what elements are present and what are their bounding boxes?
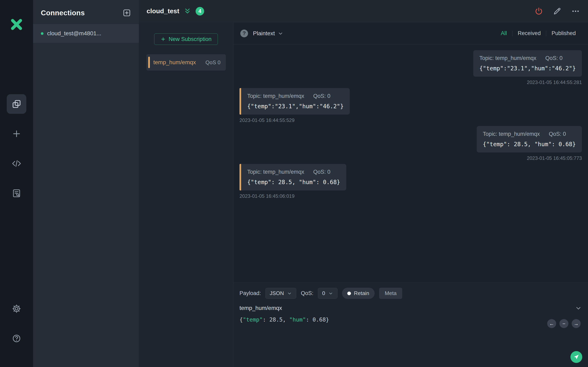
power-icon [535,7,543,16]
meta-button[interactable]: Meta [379,288,402,299]
subscription-count-badge: 4 [196,7,204,16]
message-list[interactable]: Topic: temp_hum/emqx QoS: 0 {"temp":"23.… [233,44,588,283]
connection-topbar: cloud_test 4 [139,0,588,22]
filter-all[interactable]: All [495,30,512,36]
connection-status-dot [41,32,43,35]
connections-panel-title: Connections [41,9,85,17]
message-filters: All Received Published [495,30,581,36]
message-timestamp: 2023-01-05 16:45:05:773 [527,155,582,161]
editor-token: : 28.5, [263,317,289,323]
message-payload: {"temp":"23.1","hum":"46.2"} [247,103,344,110]
qos-select[interactable]: 0 [318,288,337,299]
message-bubble: Topic: temp_hum/emqx QoS: 0 {"temp": 28.… [240,164,346,191]
editor-token: "hum" [289,317,306,323]
editor-token: { [240,317,243,323]
message-qos: QoS: 0 [313,93,330,99]
collapse-editor-button[interactable] [575,305,582,312]
subscription-topic: temp_hum/emqx [153,59,196,66]
new-subscription-label: New Subscription [169,36,212,42]
payload-count-button[interactable]: − [559,319,568,328]
chevron-down-icon [287,291,292,296]
log-icon [12,189,21,198]
payload-help-icon[interactable]: ? [240,30,248,37]
double-chevron-down-icon [184,8,191,15]
message-received: Topic: temp_hum/emqx QoS: 0 {"temp": 28.… [240,164,582,199]
message-bubble: Topic: temp_hum/emqx QoS: 0 {"temp":"23.… [473,50,582,77]
message-qos: QoS: 0 [313,169,330,175]
connection-list-item[interactable]: cloud_test@m4801... [33,24,139,43]
message-payload: {"temp": 28.5, "hum": 0.68} [483,141,576,148]
subscription-color-bar [148,57,150,68]
chevron-down-icon [278,31,283,36]
message-toolbar: ? Plaintext All Received Published [233,22,588,44]
message-published: Topic: temp_hum/emqx QoS: 0 {"temp": 28.… [240,126,582,161]
message-area: ? Plaintext All Received Published [233,22,588,367]
message-qos: QoS: 0 [545,55,562,61]
message-payload: {"temp":"23.1","hum":"46.2"} [479,65,576,72]
new-subscription-button[interactable]: New Subscription [154,33,218,45]
editor-token: "temp" [243,317,263,323]
message-topic: Topic: temp_hum/emqx [479,55,536,61]
chevron-down-icon [328,291,333,296]
payload-format-select[interactable]: JSON [265,288,296,299]
message-timestamp: 2023-01-05 16:44:55:529 [240,117,295,123]
message-bubble: Topic: temp_hum/emqx QoS: 0 {"temp":"23.… [240,88,350,115]
nav-rail [0,0,33,367]
message-qos: QoS: 0 [549,131,566,137]
gear-icon [12,304,21,313]
qos-value: 0 [322,290,325,296]
new-connection-button[interactable] [122,8,131,17]
message-received: Topic: temp_hum/emqx QoS: 0 {"temp":"23.… [240,88,582,123]
subscriptions-panel: New Subscription temp_hum/emqx QoS 0 [139,22,233,367]
connections-panel: Connections cloud_test@m4801... [33,0,139,367]
qos-label: QoS: [301,290,313,296]
message-format-select[interactable]: Plaintext [253,30,283,37]
code-icon [12,159,21,168]
plus-box-icon [122,8,131,17]
subscription-qos: QoS 0 [205,59,221,66]
plus-icon [160,36,166,42]
message-topic: Topic: temp_hum/emqx [483,131,540,137]
send-icon [573,354,579,360]
retain-toggle[interactable]: Retain [342,288,374,299]
prev-payload-button[interactable]: ← [547,319,556,328]
editor-token: : 0.68} [306,317,329,323]
message-published: Topic: temp_hum/emqx QoS: 0 {"temp":"23.… [240,50,582,85]
publish-payload-editor[interactable]: {"temp": 28.5, "hum": 0.68} [233,314,588,325]
sidebar-item-log[interactable] [7,184,26,203]
subscription-item[interactable]: temp_hum/emqx QoS 0 [146,54,226,71]
disconnect-button[interactable] [535,7,543,16]
message-payload: {"temp": 28.5, "hum": 0.68} [247,179,340,185]
sidebar-item-help[interactable] [7,329,26,348]
more-options-button[interactable] [571,7,580,16]
collapse-panel-button[interactable] [184,8,191,15]
filter-published[interactable]: Published [546,30,581,36]
payload-format-value: JSON [270,290,284,296]
filter-received[interactable]: Received [512,30,546,36]
plus-icon [12,129,21,138]
payload-label: Payload: [240,290,261,296]
publish-topic-input[interactable]: temp_hum/emqx [240,305,575,311]
message-topic: Topic: temp_hum/emqx [247,169,304,175]
edit-connection-button[interactable] [553,7,562,16]
mqttx-logo-icon [8,16,25,33]
connections-icon [12,99,21,109]
next-payload-button[interactable]: → [572,319,581,328]
help-icon [12,334,21,343]
message-timestamp: 2023-01-05 16:45:06:019 [240,193,295,199]
publish-panel: Payload: JSON QoS: 0 Retain Meta [233,283,588,367]
connection-name: cloud_test@m4801... [47,30,101,37]
pencil-icon [553,7,562,16]
message-topic: Topic: temp_hum/emqx [247,93,304,99]
sidebar-item-connections[interactable] [7,94,26,114]
payload-pager: ← − → [547,319,581,328]
sidebar-item-script[interactable] [7,154,26,173]
sidebar-item-settings[interactable] [7,299,26,318]
send-button[interactable] [571,351,582,363]
ellipsis-icon [571,7,580,16]
chevron-down-icon [575,305,582,312]
message-format-value: Plaintext [253,30,275,37]
message-bubble: Topic: temp_hum/emqx QoS: 0 {"temp": 28.… [477,126,582,152]
sidebar-item-new-connection[interactable] [7,124,26,143]
retain-dot-icon [347,292,351,295]
